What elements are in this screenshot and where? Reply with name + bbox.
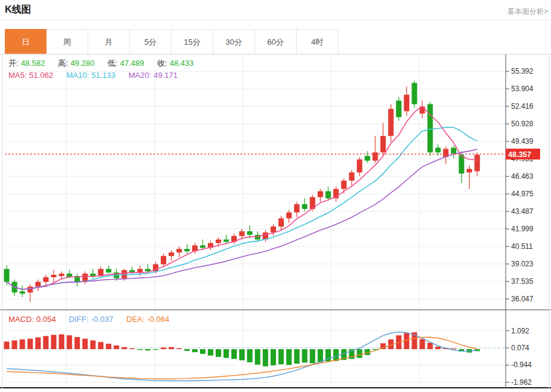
fundamental-analysis-link[interactable]: 基本面分析> [507,7,548,17]
page-title: K线图 [5,4,31,16]
svg-text:48.357: 48.357 [508,150,531,159]
macd-info: MACD:0.054 DIFF:-0.037 DEA:-0.064 [8,315,172,324]
low-label: 低: [108,59,118,68]
tab-period-5[interactable]: 30分 [213,29,255,54]
svg-text:44.975: 44.975 [511,190,533,198]
ma-lines [7,106,477,289]
open-value: 48.582 [21,59,45,68]
svg-text:37.535: 37.535 [511,277,533,286]
ohlc-info: 开:48.582 高:49.280 低:47.489 收:48.433 [8,58,196,69]
high-label: 高: [58,59,68,68]
svg-text:43.487: 43.487 [511,207,533,216]
svg-text:55.392: 55.392 [511,67,533,76]
diff-value: -0.037 [91,315,114,324]
dea-value: -0.064 [147,315,169,324]
close-label: 收: [157,59,167,68]
ma20-value: 49.171 [153,71,178,80]
diff-label: DIFF: [69,315,89,324]
tab-period-3[interactable]: 5分 [130,29,172,54]
svg-text:50.928: 50.928 [511,120,533,128]
tab-period-7[interactable]: 4时 [297,29,338,54]
macd-label: MACD: [8,315,34,324]
header-divider [0,20,551,21]
dea-label: DEA: [126,315,144,324]
kline-macd-chart[interactable]: 55.39253.90452.41650.92849.43947.95146.4… [0,54,551,392]
svg-text:39.023: 39.023 [511,260,533,268]
svg-text:-0.944: -0.944 [511,361,532,369]
ma5-line [7,106,477,289]
macd-value: 0.054 [36,315,56,324]
tab-period-1[interactable]: 周 [47,29,88,54]
svg-text:-1.962: -1.962 [511,378,532,387]
period-tabbar: 日周月5分15分30分60分4时 [5,29,338,54]
grid-lines [0,55,551,388]
ma20-label: MA20: [129,71,152,80]
tab-period-0[interactable]: 日 [5,29,47,54]
current-price-tag: 48.357 [506,149,540,159]
ma-info: MA5:51.062 MA10:51.133 MA20:49.171 [8,71,180,80]
kline-page: K线图 基本面分析> 日周月5分15分30分60分4时 55.39253.904… [0,0,551,392]
svg-text:41.999: 41.999 [511,225,533,233]
tab-period-2[interactable]: 月 [88,29,130,54]
ma10-label: MA10: [66,71,89,80]
svg-text:40.511: 40.511 [511,242,533,251]
ma10-value: 51.133 [91,71,115,80]
svg-text:53.904: 53.904 [511,85,533,93]
ma5-value: 51.062 [29,71,53,80]
close-value: 48.433 [170,59,194,68]
axes: 55.39253.90452.41650.92849.43947.95146.4… [0,54,551,388]
ma10-line [7,127,477,289]
svg-text:52.416: 52.416 [511,102,533,111]
ma20-line [7,149,477,289]
ma5-label: MA5: [8,71,27,80]
low-value: 47.489 [120,59,144,68]
open-label: 开: [8,59,19,68]
high-value: 49.280 [71,59,95,68]
svg-text:1.092: 1.092 [511,327,529,335]
candlesticks [4,80,480,301]
svg-text:49.439: 49.439 [511,137,533,146]
macd-histogram [4,332,480,366]
tab-period-4[interactable]: 15分 [172,29,213,54]
svg-text:0.074: 0.074 [511,344,529,352]
svg-text:36.047: 36.047 [511,295,533,303]
svg-text:46.463: 46.463 [511,172,533,181]
tab-period-6[interactable]: 60分 [255,29,297,54]
